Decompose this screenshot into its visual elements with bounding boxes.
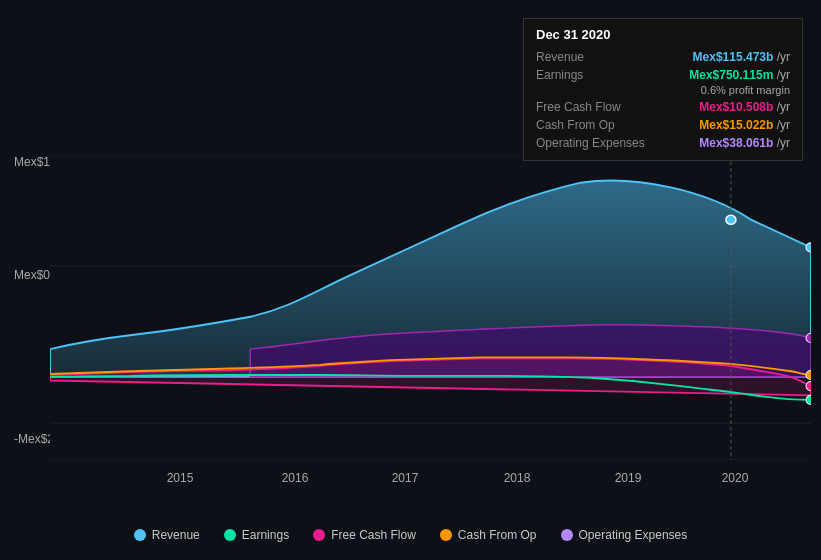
tooltip-label-revenue: Revenue xyxy=(536,50,666,64)
tooltip-label-fcf: Free Cash Flow xyxy=(536,100,666,114)
x-label-2019: 2019 xyxy=(615,471,642,485)
tooltip-sub-margin: 0.6% profit margin xyxy=(536,84,790,98)
chart-svg xyxy=(50,155,811,460)
tooltip-value-opex: Mex$38.061b /yr xyxy=(699,136,790,150)
legend-dot-revenue xyxy=(134,529,146,541)
legend-dot-cashfromop xyxy=(440,529,452,541)
legend-item-opex[interactable]: Operating Expenses xyxy=(561,528,688,542)
legend-label-cashfromop: Cash From Op xyxy=(458,528,537,542)
legend: Revenue Earnings Free Cash Flow Cash Fro… xyxy=(0,528,821,542)
legend-item-revenue[interactable]: Revenue xyxy=(134,528,200,542)
legend-item-earnings[interactable]: Earnings xyxy=(224,528,289,542)
x-label-2015: 2015 xyxy=(167,471,194,485)
tooltip-box: Dec 31 2020 Revenue Mex$115.473b /yr Ear… xyxy=(523,18,803,161)
tooltip-label-earnings: Earnings xyxy=(536,68,666,82)
legend-dot-fcf xyxy=(313,529,325,541)
revenue-dot xyxy=(726,215,736,224)
tooltip-label-cashfromop: Cash From Op xyxy=(536,118,666,132)
legend-item-cashfromop[interactable]: Cash From Op xyxy=(440,528,537,542)
x-label-2016: 2016 xyxy=(282,471,309,485)
chart-container: Dec 31 2020 Revenue Mex$115.473b /yr Ear… xyxy=(0,0,821,560)
tooltip-value-cashfromop: Mex$15.022b /yr xyxy=(699,118,790,132)
tooltip-value-revenue: Mex$115.473b /yr xyxy=(693,50,790,64)
tooltip-row-opex: Operating Expenses Mex$38.061b /yr xyxy=(536,134,790,152)
chart-area xyxy=(50,155,811,460)
tooltip-row-revenue: Revenue Mex$115.473b /yr xyxy=(536,48,790,66)
tooltip-row-earnings: Earnings Mex$750.115m /yr xyxy=(536,66,790,84)
legend-label-earnings: Earnings xyxy=(242,528,289,542)
legend-label-fcf: Free Cash Flow xyxy=(331,528,416,542)
legend-item-fcf[interactable]: Free Cash Flow xyxy=(313,528,416,542)
x-label-2018: 2018 xyxy=(504,471,531,485)
tooltip-value-earnings: Mex$750.115m /yr xyxy=(689,68,790,82)
tooltip-label-opex: Operating Expenses xyxy=(536,136,666,150)
tooltip-row-cashfromop: Cash From Op Mex$15.022b /yr xyxy=(536,116,790,134)
legend-dot-earnings xyxy=(224,529,236,541)
legend-label-opex: Operating Expenses xyxy=(579,528,688,542)
y-label-0: Mex$0 xyxy=(14,268,50,282)
legend-label-revenue: Revenue xyxy=(152,528,200,542)
x-label-2020: 2020 xyxy=(722,471,749,485)
tooltip-value-fcf: Mex$10.508b /yr xyxy=(699,100,790,114)
tooltip-row-fcf: Free Cash Flow Mex$10.508b /yr xyxy=(536,98,790,116)
legend-dot-opex xyxy=(561,529,573,541)
x-label-2017: 2017 xyxy=(392,471,419,485)
tooltip-title: Dec 31 2020 xyxy=(536,27,790,42)
